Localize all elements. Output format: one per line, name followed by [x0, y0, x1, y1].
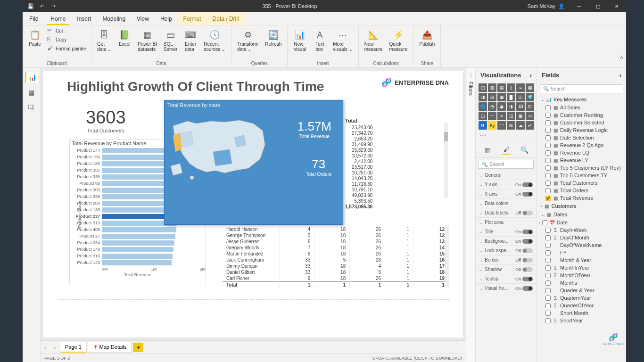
- menu-tab-view[interactable]: View: [131, 12, 155, 25]
- maximize-button[interactable]: ▢: [588, 0, 607, 12]
- page-tab[interactable]: Page 1: [60, 342, 87, 353]
- viz-type-icon[interactable]: ▭: [526, 112, 534, 120]
- field-checkbox[interactable]: [545, 318, 551, 323]
- field-item[interactable]: ▦Top 5 Customers (LY Rev): [537, 164, 626, 172]
- format-section-plotarea[interactable]: ⌄Plot area: [476, 218, 537, 227]
- viz-type-icon[interactable]: ◨: [479, 93, 487, 101]
- fields-header[interactable]: Fields›: [537, 68, 626, 82]
- field-checkbox[interactable]: [545, 311, 551, 316]
- field-item[interactable]: ΣDayInWeek: [537, 226, 626, 234]
- publish-button[interactable]: 📤Publish: [417, 26, 438, 49]
- scrollbar-thumb[interactable]: [444, 132, 448, 141]
- toggle-switch[interactable]: Off: [515, 211, 533, 215]
- toggle-switch[interactable]: Off: [515, 267, 533, 272]
- page-tab[interactable]: Map Details: [88, 342, 132, 353]
- add-page-button[interactable]: +: [133, 343, 143, 352]
- field-item[interactable]: ▦Top 5 Customers TY: [537, 172, 626, 179]
- format-section-backgrou[interactable]: ⌄Backgrou...On: [476, 237, 537, 246]
- field-item[interactable]: ▦All Sales: [537, 104, 626, 111]
- table-row[interactable]: Daniel Gilbert33185118: [223, 269, 449, 275]
- quick-measure-button[interactable]: ⚡Quick measure: [387, 26, 411, 54]
- viz-type-icon[interactable]: R: [479, 121, 487, 130]
- table-row[interactable]: Jack Cunningham33526116: [223, 257, 449, 263]
- format-section-shadow[interactable]: ⌄ShadowOff: [476, 265, 537, 274]
- field-item[interactable]: DayOfWeekName: [537, 241, 626, 249]
- viz-type-icon[interactable]: ⇄: [526, 121, 534, 130]
- field-checkbox[interactable]: [545, 273, 551, 278]
- viz-type-icon[interactable]: █: [507, 93, 515, 101]
- toggle-switch[interactable]: Off: [515, 248, 533, 253]
- field-checkbox[interactable]: [545, 120, 551, 125]
- format-section-border[interactable]: ⌄BorderOff: [476, 255, 537, 265]
- format-section-visualhe[interactable]: ⌄Visual he...On: [476, 284, 537, 293]
- format-painter-button[interactable]: 🖌Format painter: [45, 44, 88, 53]
- bar-row[interactable]: Product 316: [70, 253, 206, 259]
- fields-tab-icon[interactable]: ▦: [483, 145, 493, 155]
- kpi-total-customers[interactable]: 3603 Total Customers: [86, 107, 126, 133]
- enter-data-button[interactable]: ⌨Enter data: [181, 26, 200, 54]
- field-checkbox[interactable]: [545, 288, 551, 293]
- viz-type-icon[interactable]: ◕: [497, 102, 506, 111]
- excel-button[interactable]: 📗Excel: [115, 26, 134, 49]
- field-item[interactable]: ΣMonthOfYear: [537, 272, 626, 279]
- field-item[interactable]: Short Month: [537, 309, 626, 317]
- field-item[interactable]: ▦Revenue LY: [537, 156, 626, 164]
- toggle-switch[interactable]: On: [515, 286, 533, 291]
- status-update-link[interactable]: UPDATE AVAILABLE (CLICK TO DOWNLOAD): [372, 356, 462, 361]
- field-item[interactable]: FY: [537, 249, 626, 256]
- viz-type-icon[interactable]: ⊞: [507, 121, 515, 130]
- undo-icon[interactable]: ↶: [39, 3, 45, 9]
- copy-button[interactable]: ⎘Copy: [45, 35, 88, 44]
- redo-icon[interactable]: ↷: [50, 3, 57, 9]
- close-button[interactable]: ✕: [607, 0, 626, 12]
- viz-type-icon[interactable]: ⋯: [479, 131, 487, 139]
- format-section-tooltip[interactable]: ⌄TooltipOn: [476, 274, 537, 284]
- refresh-button[interactable]: 🔄Refresh: [262, 26, 284, 49]
- field-item[interactable]: ▦Total Orders: [537, 187, 626, 194]
- bar-row[interactable]: Product 148: [70, 246, 206, 253]
- visualizations-header[interactable]: Visualizations›: [476, 68, 537, 82]
- toggle-switch[interactable]: On: [515, 182, 533, 187]
- format-section-lockaspe[interactable]: ⌄Lock aspe...Off: [476, 246, 537, 255]
- viz-type-icon[interactable]: ⊡: [526, 102, 534, 111]
- page-next-button[interactable]: ›: [50, 345, 59, 350]
- bar-row[interactable]: Product 27: [70, 233, 206, 239]
- viz-type-icon[interactable]: ▢: [479, 112, 487, 120]
- field-item[interactable]: ΣMonthInYear: [537, 264, 626, 272]
- bar-row[interactable]: Product 143: [70, 259, 206, 266]
- minimize-button[interactable]: ─: [570, 0, 588, 12]
- format-tab-icon[interactable]: 🖌: [502, 145, 511, 155]
- field-checkbox[interactable]: [545, 235, 551, 240]
- field-checkbox[interactable]: [545, 296, 551, 301]
- report-view-button[interactable]: 📊: [25, 72, 38, 83]
- field-group-keymeasures[interactable]: ⌄📊Key Measures: [537, 95, 626, 104]
- get-data-button[interactable]: 🗄Get data ⌄: [94, 26, 114, 54]
- bar-row[interactable]: Product 408: [70, 226, 206, 233]
- format-section-title[interactable]: ⌄TitleOn: [476, 227, 537, 237]
- field-item[interactable]: ΣQuarternYear: [537, 294, 626, 302]
- toggle-switch[interactable]: On: [515, 192, 533, 197]
- field-item[interactable]: Months: [537, 279, 626, 287]
- field-checkbox[interactable]: [545, 250, 551, 255]
- field-checkbox[interactable]: [545, 228, 551, 233]
- viz-type-icon[interactable]: ◫: [507, 112, 515, 120]
- field-checkbox[interactable]: [545, 173, 551, 178]
- viz-type-icon[interactable]: ▣: [497, 93, 506, 101]
- viz-type-icon[interactable]: ▤: [497, 83, 506, 92]
- menu-tab-format[interactable]: Format: [178, 12, 207, 25]
- field-item[interactable]: ▦Customer Selected: [537, 119, 626, 126]
- subscribe-badge[interactable]: 🧬 SUBSCRIBE: [603, 333, 624, 346]
- new-visual-button[interactable]: 📊New visual: [290, 26, 309, 54]
- text-box-button[interactable]: AText box: [310, 26, 329, 54]
- field-item[interactable]: ▦Customer Ranking: [537, 111, 626, 119]
- field-checkbox[interactable]: [545, 196, 551, 201]
- field-item[interactable]: Month & Year: [537, 256, 626, 264]
- table-scrollbar[interactable]: [445, 226, 449, 288]
- paste-button[interactable]: 📋Paste: [25, 26, 44, 49]
- viz-type-icon[interactable]: ◔: [488, 102, 496, 111]
- fields-search-input[interactable]: 🔍Search: [540, 84, 623, 93]
- menu-tab-home[interactable]: Home: [45, 12, 71, 25]
- viz-type-icon[interactable]: ◫: [479, 83, 487, 92]
- format-section-datalabels[interactable]: ⌄Data labelsOff: [476, 208, 537, 218]
- field-group-customers[interactable]: ›▦Customers: [537, 202, 626, 210]
